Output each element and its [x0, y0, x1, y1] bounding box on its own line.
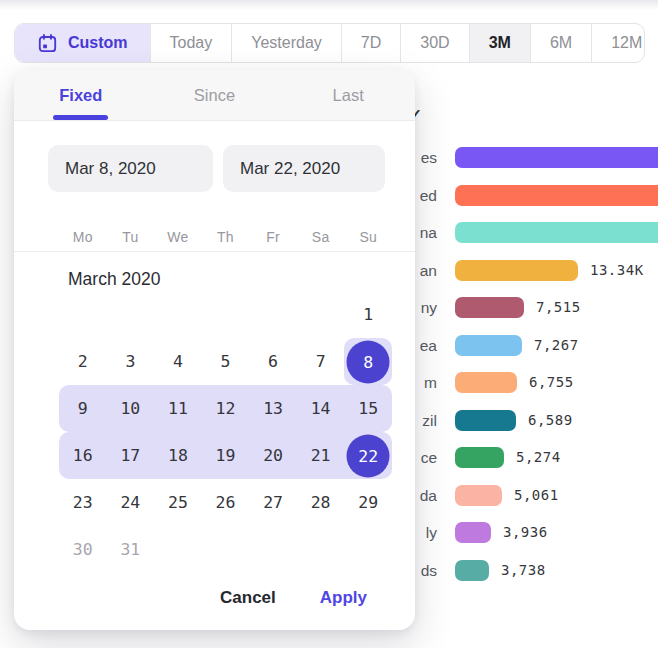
toolbar-button-12m[interactable]: 12M [591, 24, 658, 62]
calendar-day-15[interactable]: 15 [344, 385, 392, 432]
calendar-day-label: 12 [216, 399, 236, 418]
tab-fixed[interactable]: Fixed [14, 70, 148, 120]
toolbar-button-custom[interactable]: Custom [15, 24, 150, 62]
calendar-day-17[interactable]: 17 [107, 432, 155, 479]
date-picker-popup: Fixed Since Last Mar 8, 2020 Mar 22, 202… [14, 70, 415, 630]
chart-bar[interactable] [455, 372, 517, 393]
calendar-day-16[interactable]: 16 [59, 432, 107, 479]
calendar-day-12[interactable]: 12 [202, 385, 250, 432]
calendar-day-13[interactable]: 13 [249, 385, 297, 432]
calendar-day-20[interactable]: 20 [249, 432, 297, 479]
calendar-day-10[interactable]: 10 [107, 385, 155, 432]
calendar-day-22[interactable]: 22 [344, 432, 392, 479]
calendar-day-5[interactable]: 5 [202, 338, 250, 385]
calendar-day-24[interactable]: 24 [107, 479, 155, 526]
calendar-day-1[interactable]: 1 [344, 291, 392, 338]
chart-bar[interactable] [455, 297, 524, 318]
calendar-day-label: 30 [73, 540, 93, 559]
calendar-day-label: 25 [168, 493, 188, 512]
calendar-day-label: 22 [347, 434, 390, 477]
calendar-day-8[interactable]: 8 [344, 338, 392, 385]
calendar-day-14[interactable]: 14 [297, 385, 345, 432]
calendar-day-label: 8 [347, 340, 390, 383]
top-edge-fade [0, 0, 658, 10]
calendar-day-30[interactable]: 30 [59, 526, 107, 573]
toolbar-button-6m[interactable]: 6M [530, 24, 591, 62]
calendar-day-7[interactable]: 7 [297, 338, 345, 385]
calendar-day-11[interactable]: 11 [154, 385, 202, 432]
calendar-day-label: 23 [73, 493, 93, 512]
chart-bar[interactable] [455, 522, 491, 543]
toolbar-button-today[interactable]: Today [150, 24, 232, 62]
calendar-day-9[interactable]: 9 [59, 385, 107, 432]
toolbar-button-label: Custom [68, 34, 128, 52]
calendar-day-label: 4 [173, 352, 183, 371]
chart-bar-value: 7,267 [534, 335, 579, 356]
date-picker-tabs: Fixed Since Last [14, 70, 415, 121]
chart-bar-value: 3,936 [503, 522, 548, 543]
chart-bar[interactable] [455, 260, 578, 281]
calendar-day-label: 27 [263, 493, 283, 512]
toolbar-button-label: 6M [550, 34, 572, 52]
calendar-day-2[interactable]: 2 [59, 338, 107, 385]
calendar-day-label: 14 [311, 399, 331, 418]
apply-button[interactable]: Apply [320, 588, 367, 608]
end-date-input[interactable]: Mar 22, 2020 [223, 145, 385, 192]
calendar-day-28[interactable]: 28 [297, 479, 345, 526]
toolbar-button-30d[interactable]: 30D [400, 24, 468, 62]
calendar-day-19[interactable]: 19 [202, 432, 250, 479]
calendar-day-26[interactable]: 26 [202, 479, 250, 526]
tab-label: Fixed [59, 86, 102, 105]
tab-since[interactable]: Since [148, 70, 282, 120]
weekday-label: Tu [107, 222, 155, 252]
calendar-day-27[interactable]: 27 [249, 479, 297, 526]
calendar-day-4[interactable]: 4 [154, 338, 202, 385]
calendar-day-18[interactable]: 18 [154, 432, 202, 479]
chart-bar[interactable] [455, 147, 658, 168]
calendar-day-29[interactable]: 29 [344, 479, 392, 526]
cancel-button[interactable]: Cancel [220, 588, 276, 608]
calendar-day-label: 9 [78, 399, 88, 418]
weekday-label: Mo [59, 222, 107, 252]
chart-bar[interactable] [455, 485, 502, 506]
toolbar-button-label: Yesterday [251, 34, 322, 52]
calendar-day-21[interactable]: 21 [297, 432, 345, 479]
date-range-toolbar: Custom TodayYesterday7D30D3M6M12M [14, 23, 645, 63]
chart-bar-value: 3,738 [501, 560, 546, 581]
chart-bar-value: 7,515 [536, 297, 581, 318]
chart-bar[interactable] [455, 335, 522, 356]
weekday-row: MoTuWeThFrSaSu [59, 222, 392, 252]
calendar-day-label: 2 [78, 352, 88, 371]
chart-bar[interactable] [455, 560, 489, 581]
calendar-day-label: 6 [268, 352, 278, 371]
chart-bar-value: 6,589 [528, 410, 573, 431]
calendar-day-label: 24 [120, 493, 140, 512]
chart-bar[interactable] [455, 410, 516, 431]
chart-bar[interactable] [455, 447, 504, 468]
calendar-day-label: 20 [263, 446, 283, 465]
calendar-day-label: 26 [216, 493, 236, 512]
toolbar-button-label: 7D [361, 34, 381, 52]
tab-label: Last [333, 86, 364, 105]
toolbar-button-3m[interactable]: 3M [469, 24, 530, 62]
calendar-grid: 1234567891011121314151617181920212223242… [59, 291, 392, 573]
calendar-day-label: 10 [120, 399, 140, 418]
toolbar-button-7d[interactable]: 7D [341, 24, 400, 62]
calendar-day-25[interactable]: 25 [154, 479, 202, 526]
tab-last[interactable]: Last [281, 70, 415, 120]
calendar-day-label: 31 [120, 540, 140, 559]
calendar-day-23[interactable]: 23 [59, 479, 107, 526]
calendar-day-label: 16 [73, 446, 93, 465]
calendar-day-3[interactable]: 3 [107, 338, 155, 385]
calendar-day-6[interactable]: 6 [249, 338, 297, 385]
toolbar-button-yesterday[interactable]: Yesterday [231, 24, 341, 62]
weekday-label: Sa [297, 222, 345, 252]
calendar-day-31[interactable]: 31 [107, 526, 155, 573]
chart-bar[interactable] [455, 222, 658, 243]
weekday-label: Fr [249, 222, 297, 252]
calendar-day-label: 19 [216, 446, 236, 465]
chart-bar-value: 5,274 [516, 447, 561, 468]
start-date-input[interactable]: Mar 8, 2020 [48, 145, 213, 192]
chart-bar[interactable] [455, 185, 658, 206]
month-title: March 2020 [68, 266, 160, 292]
